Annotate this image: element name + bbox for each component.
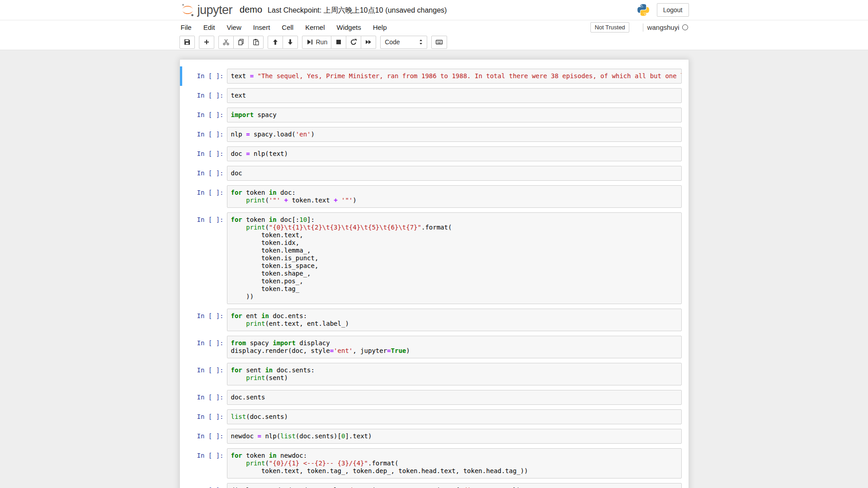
kernel-user-name: wangshuyi xyxy=(647,23,679,31)
cell-input[interactable]: for token in doc: print('"' + token.text… xyxy=(227,185,682,208)
code-cell[interactable]: In [ ]:newdoc = nlp(list(doc.sents)[0].t… xyxy=(180,427,689,446)
add-cell-button[interactable] xyxy=(199,36,214,49)
code-cell[interactable]: In [ ]:doc xyxy=(180,164,689,183)
restart-run-all-button[interactable] xyxy=(361,36,376,49)
copy-cell-button[interactable] xyxy=(233,36,249,49)
cell-type-value: Code xyxy=(385,38,400,46)
unsaved-changes-status: (unsaved changes) xyxy=(385,6,447,14)
run-button[interactable]: Run xyxy=(302,36,332,49)
code-cell[interactable]: In [ ]:for ent in doc.ents: print(ent.te… xyxy=(180,306,689,333)
code-cell[interactable]: In [ ]:nlp = spacy.load('en') xyxy=(180,125,689,144)
cell-input[interactable]: text xyxy=(227,88,682,103)
cell-prompt: In [ ]: xyxy=(187,390,227,405)
jupyter-logo[interactable]: jupyter xyxy=(179,3,233,17)
cell-input[interactable]: from spacy import displacydisplacy.rende… xyxy=(227,336,682,358)
notebook-container: In [ ]:text = "The sequel, Yes, Prime Mi… xyxy=(179,59,689,488)
arrow-up-icon xyxy=(272,38,279,46)
move-cell-down-button[interactable] xyxy=(283,36,298,49)
toolbar-groups: Run xyxy=(179,36,381,49)
interrupt-kernel-button[interactable] xyxy=(331,36,346,49)
toolbar: Run Code xyxy=(0,34,868,50)
stop-icon xyxy=(335,38,342,46)
restart-kernel-button[interactable] xyxy=(346,36,361,49)
select-arrows-icon xyxy=(418,38,424,46)
menu-item-view[interactable]: View xyxy=(221,23,247,31)
code-cell[interactable]: In [ ]:list(doc.sents) xyxy=(180,407,689,427)
menu-bar: FileEditViewInsertCellKernelWidgetsHelp … xyxy=(0,20,868,34)
code-cell[interactable]: In [ ]:for token in doc: print('"' + tok… xyxy=(180,183,689,210)
save-icon xyxy=(184,38,191,46)
menu-item-edit[interactable]: Edit xyxy=(198,23,221,31)
cell-input[interactable]: text = "The sequel, Yes, Prime Minister,… xyxy=(227,69,682,84)
cell-prompt: In [ ]: xyxy=(187,429,227,444)
cell-prompt: In [ ]: xyxy=(187,336,227,358)
kernel-idle-icon xyxy=(682,24,688,30)
cell-input[interactable]: for ent in doc.ents: print(ent.text, ent… xyxy=(227,309,682,331)
cell-input[interactable]: for sent in doc.sents: print(sent) xyxy=(227,363,682,385)
vertical-separator xyxy=(643,23,643,32)
python-icon xyxy=(637,3,650,17)
move-cell-up-button[interactable] xyxy=(268,36,283,49)
cell-input[interactable]: displacy.render(newdoc, style='dep', jup… xyxy=(227,483,682,488)
cell-prompt: In [ ]: xyxy=(187,69,227,84)
cell-input[interactable]: nlp = spacy.load('en') xyxy=(227,127,682,142)
notebook-title[interactable]: demo xyxy=(240,5,262,15)
cell-prompt: In [ ]: xyxy=(187,166,227,181)
copy-icon xyxy=(237,38,245,46)
code-cell[interactable]: In [ ]:doc.sents xyxy=(180,388,689,407)
save-button[interactable] xyxy=(179,36,195,49)
cell-prompt: In [ ]: xyxy=(187,185,227,208)
trust-status-badge[interactable]: Not Trusted xyxy=(590,22,629,33)
arrow-down-icon xyxy=(287,38,294,46)
cut-icon xyxy=(222,38,230,46)
cell-prompt: In [ ]: xyxy=(187,88,227,103)
code-cell[interactable]: In [ ]:doc = nlp(text) xyxy=(180,144,689,164)
paste-cell-button[interactable] xyxy=(248,36,264,49)
code-cell[interactable]: In [ ]:for token in newdoc: print("{0}/{… xyxy=(180,446,689,481)
code-cell[interactable]: In [ ]:from spacy import displacydisplac… xyxy=(180,333,689,361)
cell-input[interactable]: list(doc.sents) xyxy=(227,409,682,424)
cell-input[interactable]: newdoc = nlp(list(doc.sents)[0].text) xyxy=(227,429,682,444)
title-block: demo Last Checkpoint: 上周六晚上10点10 (unsave… xyxy=(240,5,447,15)
run-button-label: Run xyxy=(316,38,328,46)
code-cell[interactable]: In [ ]:import spacy xyxy=(180,105,689,125)
logout-button[interactable]: Logout xyxy=(657,3,689,17)
checkpoint-status: Last Checkpoint: 上周六晚上10点10 xyxy=(268,6,383,15)
cell-input[interactable]: import spacy xyxy=(227,108,682,122)
fast-forward-icon xyxy=(365,38,372,46)
cell-input[interactable]: doc = nlp(text) xyxy=(227,146,682,161)
keyboard-icon xyxy=(435,38,443,46)
cell-prompt: In [ ]: xyxy=(187,146,227,161)
header: jupyter demo Last Checkpoint: 上周六晚上10点10… xyxy=(0,0,868,20)
cell-input[interactable]: for token in doc[:10]: print("{0}\t{1}\t… xyxy=(227,212,682,304)
jupyter-logo-text: jupyter xyxy=(198,3,233,17)
menu-item-cell[interactable]: Cell xyxy=(276,23,299,31)
command-palette-button[interactable] xyxy=(431,36,447,49)
menu-item-widgets[interactable]: Widgets xyxy=(331,23,367,31)
code-cell[interactable]: In [ ]:text xyxy=(180,86,689,105)
notebook-site: In [ ]:text = "The sequel, Yes, Prime Mi… xyxy=(0,50,868,488)
code-cell[interactable]: In [ ]:for sent in doc.sents: print(sent… xyxy=(180,361,689,388)
code-cell[interactable]: In [ ]:text = "The sequel, Yes, Prime Mi… xyxy=(180,66,689,86)
cell-input[interactable]: doc.sents xyxy=(227,390,682,405)
cell-prompt: In [ ]: xyxy=(187,309,227,331)
cell-input[interactable]: for token in newdoc: print("{0}/{1} <--{… xyxy=(227,448,682,479)
cut-cell-button[interactable] xyxy=(218,36,234,49)
code-cell[interactable]: In [ ]:displacy.render(newdoc, style='de… xyxy=(180,481,689,488)
menu-item-help[interactable]: Help xyxy=(367,23,393,31)
restart-icon xyxy=(350,38,357,46)
menu-item-file[interactable]: File xyxy=(179,23,198,31)
menu-item-insert[interactable]: Insert xyxy=(247,23,276,31)
paste-icon xyxy=(252,38,259,46)
cell-prompt: In [ ]: xyxy=(187,483,227,488)
code-cell[interactable]: In [ ]:for token in doc[:10]: print("{0}… xyxy=(180,210,689,306)
cell-prompt: In [ ]: xyxy=(187,212,227,304)
add-cell-icon xyxy=(203,38,210,46)
cell-type-select[interactable]: Code xyxy=(380,36,427,49)
cell-prompt: In [ ]: xyxy=(187,448,227,479)
menu-item-kernel[interactable]: Kernel xyxy=(299,23,330,31)
cell-input[interactable]: doc xyxy=(227,166,682,181)
menu-bar-items: FileEditViewInsertCellKernelWidgetsHelp xyxy=(179,23,393,31)
jupyter-notebook-app: jupyter demo Last Checkpoint: 上周六晚上10点10… xyxy=(0,0,868,488)
cell-prompt: In [ ]: xyxy=(187,409,227,424)
